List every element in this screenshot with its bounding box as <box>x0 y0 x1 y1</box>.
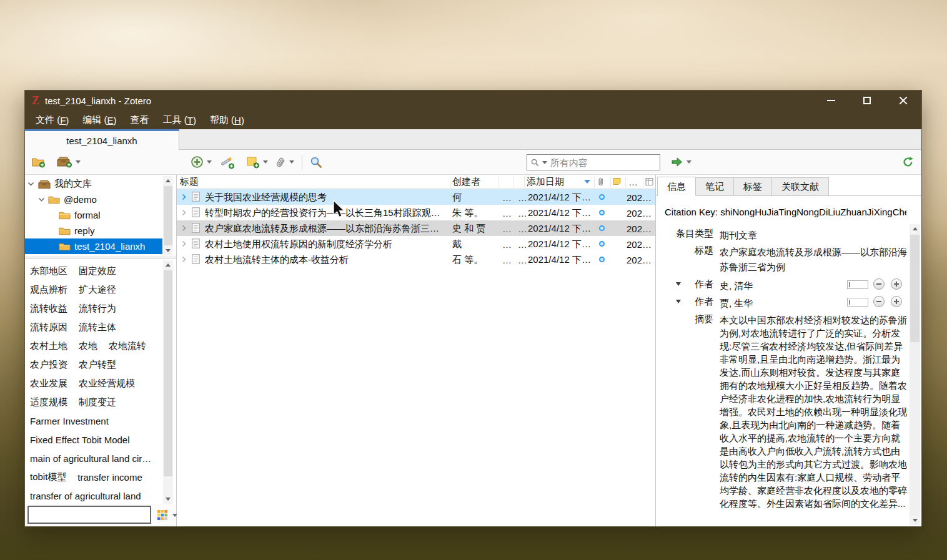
tag[interactable]: 农地 <box>79 340 97 352</box>
collections-scrollbar[interactable] <box>163 176 173 255</box>
author-twisty-icon[interactable] <box>676 300 681 303</box>
remove-author-button[interactable] <box>873 278 885 290</box>
field-label[interactable]: 作者 <box>656 278 713 290</box>
item-row[interactable]: 关于我国农业经营规模的思考 何 … … 2021/4/12 下… 202… <box>177 189 655 205</box>
tag[interactable]: 农村土地 <box>30 340 67 352</box>
add-author-button[interactable] <box>891 278 902 290</box>
note-column-icon[interactable] <box>613 178 621 186</box>
expand-chevron-icon[interactable] <box>182 209 186 216</box>
scrollbar-thumb[interactable] <box>164 186 172 245</box>
details-scrollbar[interactable] <box>910 224 920 525</box>
item-row[interactable]: 转型时期农户的经营投资行为——以长三角15村跟踪观… 朱 等。 … … 2021… <box>177 205 655 220</box>
field-value[interactable]: 农户家庭农地流转及形成根源——以东部沿海苏鲁浙三省为例 <box>720 245 909 275</box>
tag[interactable]: transfer of agricultural land <box>30 491 141 501</box>
titlebar[interactable]: Z test_2104_lianxh - Zotero <box>25 91 921 111</box>
maximize-button[interactable] <box>849 91 885 111</box>
sync-button[interactable] <box>902 150 914 174</box>
tab-tags[interactable]: 标签 <box>734 177 772 196</box>
column-header-title[interactable]: 标题 <box>180 176 199 188</box>
tag[interactable]: 农业发展 <box>30 378 67 390</box>
locate-button[interactable] <box>672 150 692 174</box>
tag[interactable]: 制度变迁 <box>79 396 116 408</box>
scrollbar-thumb[interactable] <box>910 235 920 342</box>
tag[interactable]: 流转行为 <box>79 303 116 315</box>
tab-related[interactable]: 关联文献 <box>772 177 829 196</box>
single-field-toggle[interactable] <box>847 280 868 289</box>
scroll-down-icon[interactable] <box>163 494 173 504</box>
column-header-date-added[interactable]: 添加日期 <box>527 176 564 188</box>
scroll-down-icon[interactable] <box>910 516 920 525</box>
menu-tools[interactable]: 工具 (T) <box>156 111 203 129</box>
tab-library[interactable]: test_2104_lianxh <box>25 129 179 150</box>
tag[interactable]: 观点辨析 <box>30 284 67 296</box>
tag[interactable]: Farmer Investment <box>30 416 109 426</box>
tag[interactable]: 流转原因 <box>30 322 67 333</box>
tab-notes[interactable]: 笔记 <box>696 177 734 196</box>
scroll-up-icon[interactable] <box>163 260 173 270</box>
new-collection-button[interactable] <box>31 150 46 174</box>
menu-edit[interactable]: 编辑 (E) <box>76 111 123 129</box>
author-twisty-icon[interactable] <box>676 282 681 286</box>
collection-demo[interactable]: @demo <box>25 192 162 207</box>
attachment-column-icon[interactable] <box>597 177 605 187</box>
column-header-creator[interactable]: 创建者 <box>452 176 480 188</box>
tags-scrollbar[interactable] <box>163 260 173 504</box>
collection-formal[interactable]: formal <box>25 207 162 223</box>
single-field-toggle[interactable] <box>847 298 868 307</box>
item-row[interactable]: 农村土地流转主体的成本-收益分析 石 等。 … … 2021/4/12 下… 2… <box>177 252 655 267</box>
tag[interactable]: 东部地区 <box>30 265 67 277</box>
add-author-button[interactable] <box>891 296 902 307</box>
expand-chevron-icon[interactable] <box>182 194 186 200</box>
close-button[interactable] <box>885 91 921 111</box>
menu-help[interactable]: 帮助 (H) <box>203 111 251 129</box>
tag-filter-input[interactable] <box>27 506 151 524</box>
locate-caret-icon[interactable] <box>687 160 692 164</box>
scroll-up-icon[interactable] <box>910 224 920 233</box>
pane-splitter[interactable] <box>25 257 176 259</box>
tag[interactable]: 流转主体 <box>79 322 116 333</box>
column-header-more[interactable]: … <box>628 177 638 187</box>
tag[interactable]: 农业经营规模 <box>79 378 135 390</box>
tag[interactable]: 适度规模 <box>30 396 67 408</box>
search-box[interactable] <box>527 154 660 170</box>
add-by-identifier-button[interactable] <box>220 150 235 174</box>
expand-chevron-icon[interactable] <box>182 256 186 263</box>
scroll-up-icon[interactable] <box>163 176 173 185</box>
menu-file[interactable]: 文件 (F) <box>29 111 76 129</box>
tag-color-grid-icon[interactable] <box>157 510 167 520</box>
expand-chevron-icon[interactable] <box>182 240 186 247</box>
menu-view[interactable]: 查看 <box>124 111 156 129</box>
tag[interactable]: transfer income <box>77 472 142 483</box>
column-picker-icon[interactable] <box>645 178 653 186</box>
minimize-button[interactable] <box>813 91 849 111</box>
collection-reply[interactable]: reply <box>25 223 162 238</box>
tag[interactable]: 流转收益 <box>30 303 67 315</box>
field-value[interactable]: 期刊文章 <box>720 228 909 243</box>
tag[interactable]: Fixed Effect Tobit Model <box>30 435 130 445</box>
expand-chevron-icon[interactable] <box>182 225 186 232</box>
tag[interactable]: 农户转型 <box>79 359 116 371</box>
tag[interactable]: tobit模型 <box>30 471 66 483</box>
tag[interactable]: 扩大途径 <box>79 284 116 296</box>
tag[interactable]: 农地流转 <box>109 340 146 352</box>
scroll-down-icon[interactable] <box>163 246 173 255</box>
tag[interactable]: 固定效应 <box>79 265 116 277</box>
new-item-button[interactable] <box>191 150 212 174</box>
field-value[interactable]: 本文以中国东部农村经济相对较发达的苏鲁浙为例,对农地流转进行了广泛的实证。分析发… <box>720 313 909 510</box>
new-library-button[interactable] <box>56 150 81 174</box>
tab-info[interactable]: 信息 <box>657 177 696 196</box>
tag[interactable]: 农户投资 <box>30 359 67 371</box>
add-attachment-button[interactable] <box>275 150 294 174</box>
field-label[interactable]: 作者 <box>656 296 713 308</box>
tag[interactable]: main of agricultural land cir… <box>30 453 151 464</box>
item-row[interactable]: 农村土地使用权流转原因的新制度经济学分析 戴 … … 2021/4/12 下… … <box>177 236 655 252</box>
new-note-button[interactable] <box>246 150 268 174</box>
collection-my-library[interactable]: 我的文库 <box>25 176 162 192</box>
item-row-selected[interactable]: 农户家庭农地流转及形成根源——以东部沿海苏鲁浙三… 史 和 贾 … … 2021… <box>177 220 655 236</box>
collection-test-2104-lianxh[interactable]: test_2104_lianxh <box>25 238 162 254</box>
search-scope-caret-icon[interactable] <box>542 161 547 164</box>
search-input[interactable] <box>550 157 656 168</box>
scrollbar-thumb[interactable] <box>164 270 172 476</box>
advanced-search-button[interactable] <box>310 150 322 174</box>
remove-author-button[interactable] <box>873 296 885 307</box>
